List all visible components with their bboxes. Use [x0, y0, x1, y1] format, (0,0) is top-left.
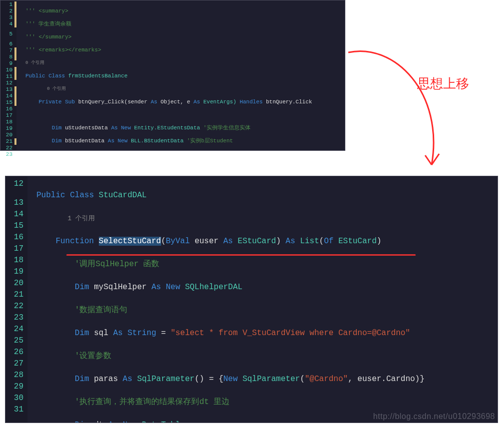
line-gutter: 12 13 14 15 16 17 18 19 20 21 22 23 24 2…	[5, 176, 25, 423]
code-editor-bottom[interactable]: 12 13 14 15 16 17 18 19 20 21 22 23 24 2…	[5, 176, 498, 423]
annotation-arrow	[344, 47, 474, 177]
annotation-label: 思想上移	[417, 75, 469, 92]
line-gutter: 1 2 3 4 5 6 7 8 9 10 11 12 13 14 15 16 1…	[0, 0, 14, 150]
code-editor-top[interactable]: 1 2 3 4 5 6 7 8 9 10 11 12 13 14 15 16 1…	[0, 0, 345, 151]
code-content-bottom[interactable]: ⊟Public Class StuCardDAL 1 个引用 ⊟Function…	[27, 176, 498, 423]
annotation-underline	[66, 254, 416, 256]
code-content-top[interactable]: ''' <summary> ''' 学生查询余额 ''' </summary> …	[16, 0, 345, 150]
watermark-text: http://blog.csdn.net/u010293698	[373, 412, 495, 421]
